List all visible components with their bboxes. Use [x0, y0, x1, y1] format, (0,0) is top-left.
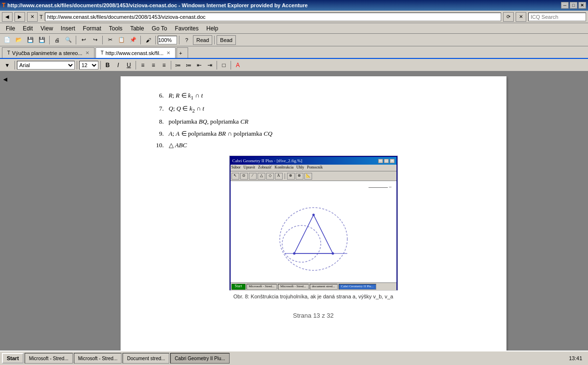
menu-table[interactable]: Table [126, 24, 148, 33]
tab-close-1[interactable]: ✕ [166, 50, 170, 56]
copy-btn[interactable]: 📋 [116, 35, 127, 45]
sep6 [179, 36, 179, 44]
cabri-tb-5[interactable]: ◇ [266, 173, 274, 180]
font-size-select[interactable]: 12 [79, 61, 98, 70]
align-center-button[interactable]: ≡ [149, 61, 158, 70]
font-select[interactable]: Arial [17, 61, 75, 70]
menu-view[interactable]: View [37, 24, 57, 33]
left-panel-arrow[interactable]: ◄ [2, 75, 9, 83]
save-btn[interactable]: 💾 [25, 35, 36, 45]
cabri-menu-uhly[interactable]: Uhly [296, 165, 304, 171]
taskbar: Start Microsoft - Stred... Microsoft - S… [0, 351, 588, 365]
cabri-tb-4[interactable]: △ [258, 173, 265, 180]
icq-search-input[interactable] [528, 13, 586, 21]
taskbar-item-1[interactable]: Microsoft - Stred... [74, 353, 122, 364]
menu-favorites[interactable]: Favorites [171, 24, 202, 33]
cabri-max[interactable]: □ [384, 159, 389, 163]
cabri-tb-7[interactable]: ⊕ [287, 173, 295, 180]
align-left-button[interactable]: ≡ [138, 61, 148, 70]
cabri-task-4[interactable]: Cabri Geometry II Plu... [339, 284, 376, 290]
start-button[interactable]: Start [2, 353, 24, 364]
paste-btn[interactable]: 📌 [128, 35, 138, 45]
format-painter-btn[interactable]: 🖌 [143, 35, 153, 45]
taskbar-item-3[interactable]: Cabri Geometry II Plu... [170, 353, 229, 364]
tab-new[interactable]: + [177, 47, 188, 58]
indent-decrease-button[interactable]: ⇤ [194, 61, 204, 70]
undo-btn[interactable]: ↩ [78, 35, 89, 45]
cabri-min[interactable]: ─ [378, 159, 383, 163]
bullet-list-button[interactable]: ≔ [173, 61, 183, 70]
indent-increase-button[interactable]: ⇥ [205, 61, 215, 70]
cabri-tb-9[interactable]: 📐 [304, 173, 312, 180]
maximize-button[interactable]: □ [570, 2, 577, 9]
redo-btn[interactable]: ↪ [90, 35, 100, 45]
cabri-menu-pomocnik[interactable]: Pomocník [307, 165, 322, 171]
num-list-button[interactable]: ≔ [184, 61, 193, 70]
tab-1[interactable]: T http://www.cenast.sk/fil... ✕ [96, 47, 176, 58]
cabri-menu-konstrukcia[interactable]: Konštrukcia [274, 165, 293, 171]
cabri-menu-subor[interactable]: Súbor [232, 165, 241, 171]
page-number: Strana 13 z 32 [150, 311, 478, 321]
open-btn[interactable]: 📂 [14, 35, 24, 45]
tab-0[interactable]: T Výučba planimetrie a stereo... ✕ [2, 47, 95, 58]
cabri-menu-zobrazit[interactable]: Zobraziť [258, 165, 272, 171]
cabri-tb-2[interactable]: ⊙ [240, 173, 248, 180]
help-btn[interactable]: ? [181, 35, 192, 45]
taskbar-item-2[interactable]: Document stred... [123, 353, 169, 364]
minimize-button[interactable]: ─ [561, 2, 569, 9]
preview-btn[interactable]: 🔍 [63, 35, 74, 45]
cabri-tb-3[interactable]: ∕ [249, 173, 257, 180]
italic-button[interactable]: I [113, 61, 123, 70]
window-controls: ─ □ ✕ [561, 2, 586, 9]
menu-help[interactable]: Help [203, 24, 222, 33]
style-dropdown[interactable]: ▼ [2, 60, 13, 70]
cabri-tb-1[interactable]: ↖ [232, 173, 239, 180]
main-area: ◄ 6. R; R ∈ k1 ∩ t 7. Q; Q ∈ k2 ∩ t [0, 71, 588, 363]
url-label: T [40, 14, 43, 20]
menu-format[interactable]: Format [79, 24, 105, 33]
menu-file[interactable]: File [2, 24, 19, 33]
cabri-task-1[interactable]: Microsoft - Stred... [246, 284, 277, 290]
new-btn[interactable]: 📄 [2, 35, 13, 45]
stop-button[interactable]: ✕ [27, 12, 38, 22]
font-color-button[interactable]: A [233, 61, 243, 70]
cut-btn[interactable]: ✂ [105, 35, 115, 45]
cabri-menu-upravit[interactable]: Upravit [244, 165, 255, 171]
taskbar-item-0[interactable]: Microsoft - Stred... [25, 353, 73, 364]
back-button[interactable]: ◀ [2, 12, 13, 22]
cabri-task-2[interactable]: Microsoft - Stred... [278, 284, 308, 290]
bold-button[interactable]: B [103, 61, 112, 70]
cabri-close[interactable]: ✕ [390, 159, 395, 163]
forward-button[interactable]: ▶ [14, 12, 25, 22]
print-btn[interactable]: 🖨 [52, 35, 62, 45]
right-gutter [511, 71, 588, 363]
refresh-button[interactable]: ⟳ [503, 12, 514, 22]
address-input[interactable] [45, 13, 501, 21]
zoom-input[interactable] [158, 36, 177, 44]
tabs-bar: T Výučba planimetrie a stereo... ✕ T htt… [0, 46, 588, 59]
menu-goto[interactable]: Go To [148, 24, 171, 33]
cabri-task-3[interactable]: document stred... [310, 284, 338, 290]
close-button[interactable]: ✕ [578, 2, 586, 9]
cabri-start-btn[interactable]: Start [232, 284, 246, 290]
bead-button[interactable]: Bead [217, 35, 236, 45]
svg-point-1 [282, 225, 321, 262]
tab-close-0[interactable]: ✕ [85, 50, 89, 56]
fsep2 [77, 61, 77, 70]
menu-bar: File Edit View Insert Format Tools Table… [0, 23, 588, 34]
figure-container: Cabri Geometry II Plus - [tříve_2.fig.%]… [150, 155, 478, 301]
cabri-tb-6[interactable]: A [275, 173, 283, 180]
menu-insert[interactable]: Insert [57, 24, 79, 33]
menu-tools[interactable]: Tools [105, 24, 126, 33]
align-right-button[interactable]: ≡ [159, 61, 169, 70]
cabri-tb-8[interactable]: ⊗ [296, 173, 303, 180]
underline-button[interactable]: U [124, 61, 134, 70]
svg-point-3 [312, 214, 315, 216]
border-button[interactable]: □ [219, 61, 229, 70]
go-button[interactable]: ✕ [516, 12, 526, 22]
save2-btn[interactable]: 💾 [37, 35, 47, 45]
list-item: 10. △ ABC [150, 140, 478, 151]
menu-edit[interactable]: Edit [19, 24, 37, 33]
read-button[interactable]: Read [193, 35, 212, 45]
ie-icon: T [2, 2, 5, 9]
